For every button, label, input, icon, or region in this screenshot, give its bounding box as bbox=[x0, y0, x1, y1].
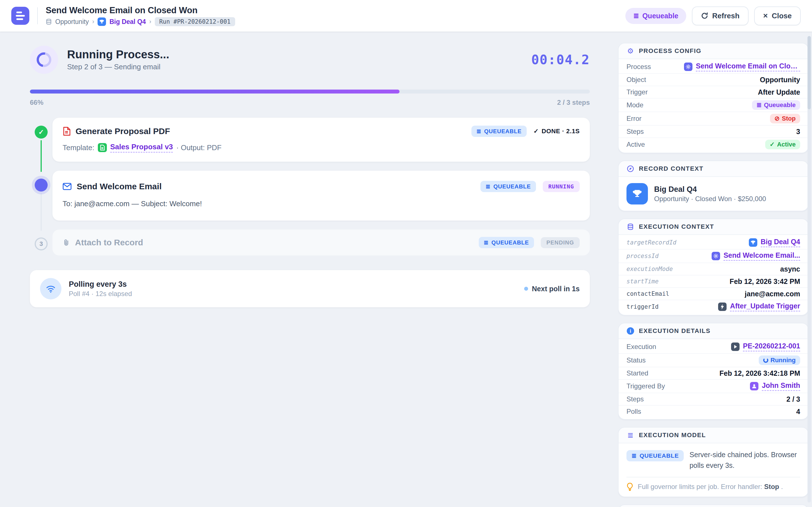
process-link[interactable]: Send Welcome Email on Closed bbox=[696, 62, 800, 71]
config-row-active: Active ✓Active bbox=[619, 137, 808, 151]
next-poll: Next poll in 1s bbox=[524, 285, 580, 293]
queue-icon: ≣ bbox=[631, 452, 637, 459]
record-card[interactable]: Big Deal Q4 Opportunity · Closed Won · $… bbox=[619, 177, 808, 211]
trophy-icon bbox=[626, 183, 648, 205]
run-subtitle: Step 2 of 3 — Sending email bbox=[67, 62, 169, 71]
run-timer: 00:04.2 bbox=[531, 52, 590, 67]
trophy-icon bbox=[749, 238, 757, 247]
config-row-steps: Steps 3 bbox=[619, 125, 808, 137]
panel-governor-limits: GOVERNOR LIMITS bbox=[618, 504, 809, 507]
queueable-mode-pill[interactable]: ≣ Queueable bbox=[625, 8, 686, 24]
info-icon: i bbox=[626, 327, 635, 335]
panel-title: EXECUTION CONTEXT bbox=[639, 223, 714, 230]
template-doc-icon bbox=[98, 143, 107, 152]
process-id-link[interactable]: Send Welcome Email... bbox=[723, 251, 800, 261]
execution-id-link[interactable]: PE-20260212-001 bbox=[743, 342, 800, 351]
stop-icon: ⊘ bbox=[774, 115, 779, 122]
config-row-object: Object Opportunity bbox=[619, 73, 808, 86]
details-row-status: Status Running bbox=[619, 353, 808, 367]
target-record-link[interactable]: Big Deal Q4 bbox=[761, 238, 800, 247]
pdf-file-icon bbox=[63, 127, 70, 136]
next-poll-label: Next poll in 1s bbox=[532, 285, 580, 293]
context-row-trigger-id: triggerId After_Update Trigger bbox=[619, 300, 808, 313]
trigger-id-link[interactable]: After_Update Trigger bbox=[730, 302, 800, 312]
active-badge: ✓Active bbox=[765, 140, 800, 149]
timeline-connector bbox=[41, 140, 42, 172]
config-row-trigger: Trigger After Update bbox=[619, 86, 808, 98]
top-bar: Send Welcome Email on Closed Won Opportu… bbox=[0, 0, 812, 32]
step-detail: To: jane@acme.com — Subject: Welcome! bbox=[63, 200, 202, 208]
progress-steps-count: 2 / 3 steps bbox=[557, 99, 590, 107]
title-block: Send Welcome Email on Closed Won Opportu… bbox=[46, 5, 235, 26]
wifi-icon bbox=[40, 278, 61, 299]
gear-icon: ⚙ bbox=[626, 47, 635, 55]
queueable-badge: ≣QUEUEABLE bbox=[471, 126, 527, 137]
timeline-connector bbox=[41, 193, 42, 231]
process-gear-icon bbox=[684, 62, 693, 71]
context-row-process-id: processId Send Welcome Email... bbox=[619, 249, 808, 263]
queue-icon: ≣ bbox=[486, 183, 491, 190]
check-icon: ✓ bbox=[534, 128, 539, 135]
page-title: Send Welcome Email on Closed Won bbox=[46, 5, 235, 15]
step-card-attach-record[interactable]: Attach to Record ≣QUEUEABLE PENDING bbox=[52, 230, 590, 256]
queue-icon: ≣ bbox=[626, 432, 635, 439]
timeline-rail: 3 bbox=[30, 230, 52, 256]
lightbulb-icon bbox=[626, 483, 633, 491]
step-card-send-email[interactable]: Send Welcome Email ≣QUEUEABLE RUNNING To… bbox=[52, 171, 590, 221]
queue-icon: ≣ bbox=[756, 101, 762, 109]
details-row-steps: Steps 2 / 3 bbox=[619, 393, 808, 405]
step-card-generate-proposal[interactable]: Generate Proposal PDF ≣QUEUEABLE ✓DONE ·… bbox=[52, 118, 590, 162]
queueable-badge: ≣QUEUEABLE bbox=[480, 181, 536, 192]
scrollbar[interactable] bbox=[808, 36, 811, 503]
panel-process-config: ⚙ PROCESS CONFIG Process Send Welcome Em… bbox=[618, 43, 809, 153]
scrollbar-thumb[interactable] bbox=[808, 36, 811, 109]
queue-icon: ≣ bbox=[484, 239, 489, 246]
context-row-execution-mode: executionMode async bbox=[619, 263, 808, 275]
step-number-node: 3 bbox=[35, 237, 48, 250]
main-area: Running Process... Step 2 of 3 — Sending… bbox=[0, 32, 812, 507]
run-titles: Running Process... Step 2 of 3 — Sending… bbox=[67, 48, 169, 71]
model-description: Server-side chained jobs. Browser polls … bbox=[689, 450, 800, 471]
refresh-icon bbox=[701, 12, 708, 19]
database-icon bbox=[626, 223, 635, 230]
polling-text: Polling every 3s Poll #4 · 12s elapsed bbox=[69, 280, 132, 298]
breadcrumb-record-link[interactable]: Big Deal Q4 bbox=[109, 18, 146, 25]
mode-pill-label: Queueable bbox=[642, 12, 678, 20]
record-text: Big Deal Q4 Opportunity · Closed Won · $… bbox=[654, 185, 766, 203]
breadcrumb-object[interactable]: Opportunity bbox=[55, 18, 89, 25]
close-button[interactable]: × Close bbox=[754, 6, 801, 25]
user-icon bbox=[750, 382, 758, 390]
timeline-rail: ✓ bbox=[30, 118, 52, 162]
refresh-label: Refresh bbox=[712, 11, 740, 20]
running-status-badge: Running bbox=[759, 355, 800, 365]
refresh-button[interactable]: Refresh bbox=[692, 6, 749, 25]
triggered-by-link[interactable]: John Smith bbox=[762, 381, 800, 391]
divider bbox=[626, 477, 800, 477]
paperclip-icon bbox=[63, 238, 70, 247]
step-row-3: 3 Attach to Record ≣QUEUEABLE PENDING bbox=[30, 230, 590, 256]
template-link[interactable]: Sales Proposal v3 bbox=[110, 143, 173, 153]
spinner-icon bbox=[30, 46, 58, 74]
details-row-started: Started Feb 12, 2026 3:42:18 PM bbox=[619, 367, 808, 379]
step-row-2: Send Welcome Email ≣QUEUEABLE RUNNING To… bbox=[30, 171, 590, 221]
panel-title: PROCESS CONFIG bbox=[639, 47, 702, 55]
run-title: Running Process... bbox=[67, 48, 169, 61]
detail-prefix: Template: bbox=[63, 144, 94, 152]
step-title: Generate Proposal PDF bbox=[75, 126, 170, 136]
close-icon: × bbox=[763, 13, 768, 18]
trophy-icon bbox=[98, 17, 106, 26]
config-row-process: Process Send Welcome Email on Closed bbox=[619, 60, 808, 73]
database-icon bbox=[46, 18, 52, 25]
step-title: Send Welcome Email bbox=[77, 182, 161, 191]
compass-icon bbox=[626, 165, 635, 172]
context-row-start-time: startTime Feb 12, 2026 3:42 PM bbox=[619, 275, 808, 287]
details-row-triggered-by: Triggered By John Smith bbox=[619, 379, 808, 393]
panel-title: EXECUTION DETAILS bbox=[639, 327, 711, 335]
progress-percent: 66% bbox=[30, 99, 43, 107]
app-logo-icon[interactable] bbox=[11, 7, 29, 25]
content-column: Running Process... Step 2 of 3 — Sending… bbox=[30, 32, 590, 507]
run-header: Running Process... Step 2 of 3 — Sending… bbox=[30, 46, 590, 74]
record-meta: Opportunity · Closed Won · $250,000 bbox=[654, 195, 766, 203]
record-name: Big Deal Q4 bbox=[654, 185, 766, 194]
panel-record-context: RECORD CONTEXT Big Deal Q4 Opportunity ·… bbox=[618, 161, 809, 211]
